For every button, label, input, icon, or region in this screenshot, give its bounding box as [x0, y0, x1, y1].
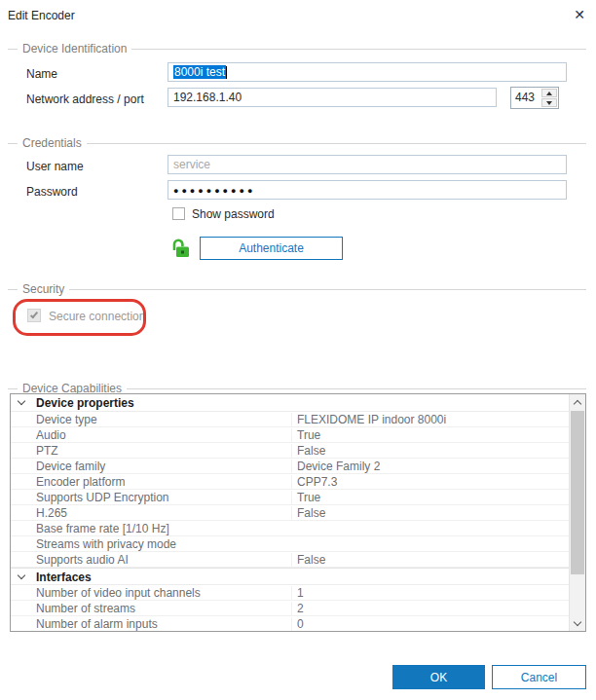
property-name: Number of video input channels [36, 586, 201, 600]
table-row[interactable]: PTZFalse [11, 443, 569, 459]
table-row[interactable]: Number of alarm inputs0 [11, 616, 569, 631]
username-placeholder: service [173, 158, 210, 171]
credentials-legend: Credentials [18, 136, 87, 150]
property-name: Number of alarm inputs [36, 617, 158, 631]
port-value: 443 [515, 91, 535, 104]
group-label: Interfaces [36, 571, 92, 584]
table-row[interactable]: Supports audio AIFalse [11, 552, 569, 568]
table-row[interactable]: Number of streams2 [11, 601, 569, 616]
device-identification-legend: Device Identification [18, 42, 131, 55]
property-name: Streams with privacy mode [36, 537, 176, 551]
show-password-checkbox[interactable] [172, 207, 185, 220]
name-label: Name [26, 67, 57, 81]
table-row[interactable]: Encoder platformCPP7.3 [11, 474, 569, 490]
secure-connection-label: Secure connection [49, 310, 145, 323]
port-down-button[interactable] [541, 98, 557, 107]
property-name: Base frame rate [1/10 Hz] [36, 522, 169, 535]
scroll-down-button[interactable] [570, 615, 585, 631]
chevron-down-icon[interactable] [18, 397, 25, 405]
property-value: True [291, 491, 569, 504]
text-caret [226, 66, 227, 79]
table-row[interactable]: H.265False [11, 505, 569, 521]
spinner-down-icon [546, 101, 552, 105]
property-name: Encoder platform [36, 475, 125, 489]
property-value: True [291, 428, 569, 442]
network-address-value: 192.168.1.40 [173, 91, 242, 104]
username-input[interactable]: service [168, 155, 567, 174]
property-name: H.265 [36, 506, 67, 520]
password-masked-value: ●●●●●●●●●● [173, 186, 255, 196]
property-value: 1 [291, 586, 569, 600]
property-value: False [291, 553, 569, 567]
property-value: 2 [291, 602, 569, 615]
table-row[interactable]: Supports UDP EncryptionTrue [11, 490, 569, 505]
group-label: Device properties [36, 396, 134, 410]
name-input[interactable]: 8000i test [168, 62, 567, 82]
table-row[interactable]: Base frame rate [1/10 Hz] [11, 521, 569, 536]
vertical-scrollbar[interactable] [569, 394, 585, 631]
property-value: CPP7.3 [291, 475, 569, 489]
cancel-button[interactable]: Cancel [492, 665, 586, 689]
property-value: 0 [291, 617, 569, 631]
table-row[interactable]: Device familyDevice Family 2 [11, 459, 569, 474]
property-name: Supports audio AI [36, 553, 129, 567]
property-value: False [291, 506, 569, 520]
chevron-down-icon[interactable] [18, 571, 25, 579]
property-name: Supports UDP Encryption [36, 491, 169, 504]
dialog-title: Edit Encoder [8, 9, 75, 22]
table-group-header[interactable]: Device properties [11, 394, 569, 412]
table-row[interactable]: Device typeFLEXIDOME IP indoor 8000i [11, 412, 569, 427]
property-name: PTZ [36, 444, 58, 458]
credentials-groupline [8, 143, 586, 144]
property-name: Device family [36, 460, 105, 473]
security-legend: Security [18, 282, 69, 296]
network-address-label: Network address / port [26, 92, 144, 106]
authenticate-button[interactable]: Authenticate [200, 237, 343, 260]
scrollbar-thumb[interactable] [571, 411, 584, 574]
port-up-button[interactable] [541, 89, 557, 97]
edit-encoder-dialog: Edit Encoder ✕ Device Identification Nam… [0, 0, 596, 700]
table-group-header[interactable]: Interfaces [11, 568, 569, 585]
scroll-up-button[interactable] [570, 394, 585, 410]
property-name: Number of streams [36, 602, 135, 615]
property-value: FLEXIDOME IP indoor 8000i [291, 413, 569, 426]
password-label: Password [26, 185, 78, 199]
device-capabilities-table: Device propertiesDevice typeFLEXIDOME IP… [10, 393, 586, 632]
network-address-input[interactable]: 192.168.1.40 [168, 88, 497, 107]
name-input-selected-text: 8000i test [173, 65, 226, 79]
spinner-up-icon [546, 92, 552, 95]
ok-button[interactable]: OK [392, 665, 485, 689]
chevron-up-icon [574, 399, 581, 407]
property-name: Audio [36, 428, 66, 442]
capabilities-rows: Device propertiesDevice typeFLEXIDOME IP… [11, 394, 569, 631]
chevron-down-icon [574, 617, 581, 625]
secure-connection-checkbox[interactable] [27, 309, 41, 322]
table-row[interactable]: Streams with privacy mode [11, 536, 569, 552]
unlock-icon [169, 237, 191, 258]
password-input[interactable]: ●●●●●●●●●● [168, 180, 567, 200]
property-value: False [291, 444, 569, 458]
checkmark-icon [30, 311, 38, 319]
property-name: Device type [36, 413, 97, 426]
table-row[interactable]: AudioTrue [11, 427, 569, 443]
close-icon[interactable]: ✕ [571, 6, 588, 23]
username-label: User name [26, 160, 84, 173]
table-row[interactable]: Number of video input channels1 [11, 585, 569, 601]
property-value: Device Family 2 [291, 460, 569, 473]
show-password-label: Show password [192, 207, 275, 221]
port-stepper[interactable]: 443 [510, 87, 559, 109]
security-groupline [8, 289, 586, 290]
